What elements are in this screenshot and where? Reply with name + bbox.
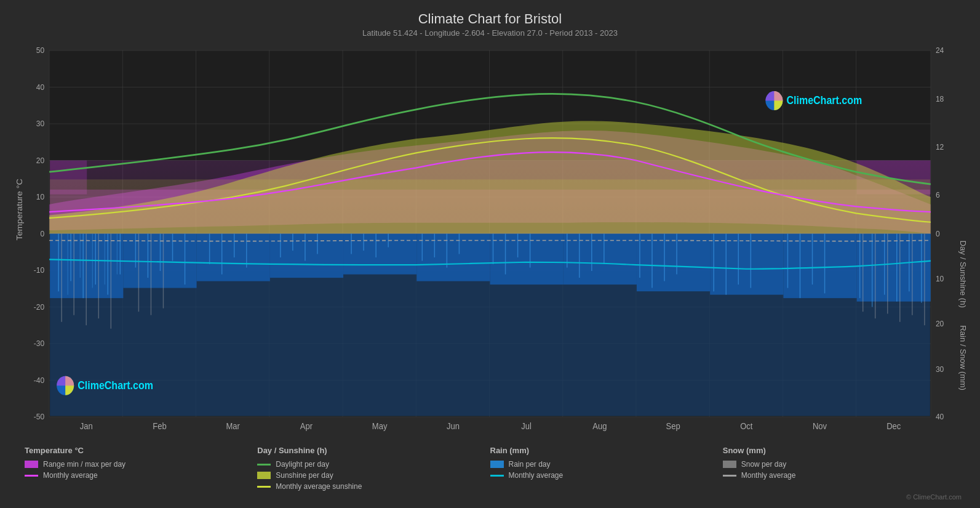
svg-text:10: 10 — [36, 193, 44, 202]
svg-text:18: 18 — [936, 94, 944, 103]
svg-rect-42 — [50, 233, 930, 415]
svg-text:-20: -20 — [34, 302, 44, 312]
legend-item-rain-avg: Monthly average — [490, 471, 723, 480]
svg-text:Sep: Sep — [666, 421, 681, 431]
svg-text:Aug: Aug — [592, 421, 607, 431]
legend-title-snow: Snow (mm) — [723, 446, 955, 455]
legend-title-rain: Rain (mm) — [490, 446, 723, 455]
svg-text:20: 20 — [36, 156, 44, 165]
rain-bars — [50, 233, 931, 415]
rain-avg-swatch — [490, 475, 504, 477]
svg-text:0: 0 — [936, 229, 940, 238]
snow-per-day-swatch — [723, 461, 736, 468]
rain-per-day-swatch — [490, 461, 504, 468]
sunshine-avg-swatch — [257, 486, 271, 488]
snow-avg-swatch — [723, 475, 736, 477]
svg-text:12: 12 — [936, 142, 944, 151]
temp-range-label: Range min / max per day — [43, 460, 125, 469]
svg-text:-10: -10 — [34, 266, 44, 275]
svg-text:50: 50 — [36, 46, 44, 55]
x-axis-months: Jan Feb Mar Apr May Jun Jul Aug Sep Oct … — [80, 421, 901, 431]
legend-area: Temperature °C Range min / max per day M… — [12, 441, 968, 493]
rain-avg-label: Monthly average — [509, 471, 564, 480]
svg-text:0: 0 — [40, 229, 44, 238]
page-wrapper: Climate Chart for Bristol Latitude 51.42… — [0, 0, 980, 508]
snow-per-day-label: Snow per day — [741, 460, 786, 469]
legend-item-temp-range: Range min / max per day — [25, 460, 257, 469]
legend-item-sunshine-per-day: Sunshine per day — [257, 471, 490, 480]
sunshine-per-day-swatch — [257, 472, 271, 479]
y-axis-right-bottom: 10 20 30 40 — [936, 274, 944, 421]
sunshine-avg-label: Monthly average sunshine — [276, 482, 362, 491]
y-axis-left: 50 40 30 20 10 0 -10 -20 -30 -40 -50 — [34, 46, 44, 422]
rain-per-day-label: Rain per day — [509, 460, 551, 469]
legend-col-sunshine: Day / Sunshine (h) Daylight per day Suns… — [257, 446, 490, 491]
svg-text:Oct: Oct — [740, 421, 752, 431]
svg-text:30: 30 — [936, 365, 944, 374]
svg-text:Nov: Nov — [813, 421, 827, 431]
legend-item-sunshine-avg: Monthly average sunshine — [257, 482, 490, 491]
y-axis-right-top: 24 18 12 6 0 — [936, 46, 944, 238]
svg-text:10: 10 — [936, 274, 944, 283]
legend-title-sunshine: Day / Sunshine (h) — [257, 446, 490, 455]
svg-text:-40: -40 — [34, 376, 44, 385]
legend-item-daylight: Daylight per day — [257, 460, 490, 469]
svg-text:6: 6 — [936, 191, 940, 200]
snow-avg-label: Monthly average — [741, 471, 796, 480]
daylight-swatch — [257, 464, 271, 466]
svg-text:20: 20 — [936, 320, 944, 329]
svg-text:Feb: Feb — [153, 421, 167, 431]
y-axis-right-bottom-title: Rain / Snow (mm) — [958, 325, 966, 390]
svg-text:Jun: Jun — [447, 421, 460, 431]
chart-area: 50 40 30 20 10 0 -10 -20 -30 -40 -50 24 … — [12, 44, 968, 437]
svg-text:24: 24 — [936, 46, 944, 55]
svg-text:Dec: Dec — [886, 421, 901, 431]
temp-range-swatch — [25, 461, 38, 468]
svg-text:Jan: Jan — [80, 421, 93, 431]
svg-text:40: 40 — [36, 83, 44, 92]
legend-item-temp-avg: Monthly average — [25, 471, 257, 480]
legend-item-snow-avg: Monthly average — [723, 471, 955, 480]
svg-text:ClimeChart.com: ClimeChart.com — [786, 94, 862, 107]
svg-text:-30: -30 — [34, 339, 44, 349]
legend-col-snow: Snow (mm) Snow per day Monthly average — [723, 446, 955, 491]
legend-item-rain-per-day: Rain per day — [490, 460, 723, 469]
svg-text:40: 40 — [936, 413, 944, 422]
svg-text:May: May — [372, 421, 388, 431]
legend-item-snow-per-day: Snow per day — [723, 460, 955, 469]
temp-avg-swatch — [25, 475, 38, 477]
svg-rect-29 — [50, 179, 930, 233]
svg-text:-50: -50 — [34, 413, 44, 422]
svg-text:Apr: Apr — [300, 421, 313, 431]
legend-col-rain: Rain (mm) Rain per day Monthly average — [490, 446, 723, 491]
legend-col-temperature: Temperature °C Range min / max per day M… — [25, 446, 257, 491]
legend-title-temperature: Temperature °C — [25, 446, 257, 455]
y-axis-right-top-title: Day / Sunshine (h) — [958, 241, 966, 308]
temp-avg-label: Monthly average — [43, 471, 98, 480]
copyright: © ClimeChart.com — [12, 493, 968, 502]
daylight-label: Daylight per day — [276, 460, 329, 469]
main-title: Climate Chart for Bristol — [12, 11, 968, 27]
svg-text:30: 30 — [36, 119, 44, 129]
svg-text:Jul: Jul — [521, 421, 532, 431]
title-section: Climate Chart for Bristol Latitude 51.42… — [12, 6, 968, 40]
chart-svg: 50 40 30 20 10 0 -10 -20 -30 -40 -50 24 … — [12, 44, 968, 437]
subtitle: Latitude 51.424 - Longitude -2.604 - Ele… — [12, 28, 968, 38]
svg-text:ClimeChart.com: ClimeChart.com — [78, 379, 153, 392]
y-axis-left-title: Temperature °C — [15, 179, 24, 240]
svg-text:Mar: Mar — [226, 421, 240, 431]
sunshine-per-day-label: Sunshine per day — [276, 471, 333, 480]
